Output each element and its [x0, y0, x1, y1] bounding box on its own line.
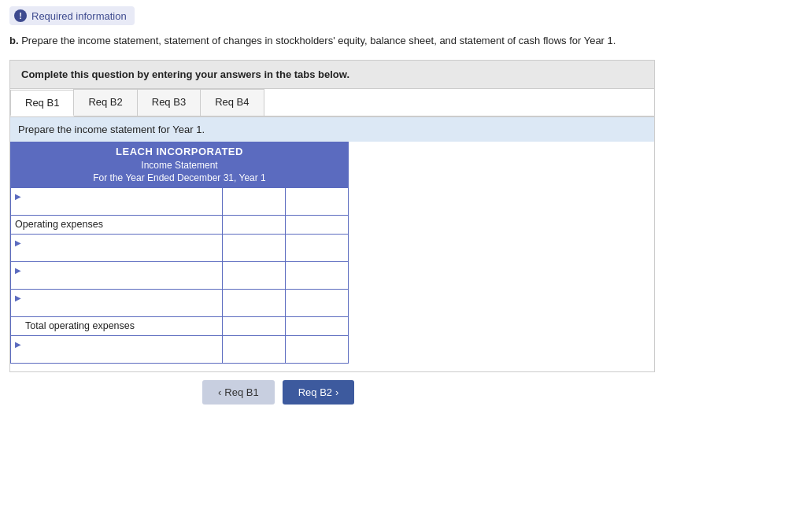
- exp1-total-cell[interactable]: [286, 234, 349, 261]
- operating-expenses-label: Operating expenses: [11, 215, 223, 234]
- exp2-amount-input[interactable]: [227, 270, 281, 281]
- exp2-total-cell[interactable]: [286, 261, 349, 289]
- prev-chevron-icon: ‹: [218, 386, 221, 398]
- next-label: Req B2: [298, 386, 332, 398]
- exp3-amount-input[interactable]: [227, 297, 281, 308]
- row1-total-input[interactable]: [290, 196, 344, 207]
- tabs-row: Req B1 Req B2 Req B3 Req B4: [10, 89, 654, 117]
- statement-header: LEACH INCORPORATED Income Statement For …: [10, 142, 349, 187]
- net-amount-cell[interactable]: [223, 335, 286, 363]
- net-triangle: ▶: [15, 340, 21, 349]
- statement-date: For the Year Ended December 31, Year 1: [10, 172, 349, 187]
- company-name: LEACH INCORPORATED: [10, 142, 349, 159]
- nav-buttons: ‹ Req B1 Req B2 ›: [202, 380, 797, 405]
- total-operating-label: Total operating expenses: [11, 316, 223, 335]
- exclamation-icon: !: [14, 9, 27, 22]
- tab-instruction: Prepare the income statement for Year 1.: [10, 117, 654, 142]
- statement-title: Income Statement: [10, 159, 349, 172]
- total-operating-expenses-row: Total operating expenses: [11, 316, 349, 335]
- exp1-triangle: ▶: [15, 238, 21, 247]
- exp3-label-input[interactable]: [15, 303, 218, 314]
- exp3-triangle: ▶: [15, 294, 21, 302]
- prev-label: Req B1: [224, 386, 258, 398]
- next-button[interactable]: Req B2 ›: [283, 380, 355, 405]
- operating-amount-input[interactable]: [227, 219, 281, 230]
- exp2-label-input[interactable]: [15, 275, 218, 286]
- net-total-cell[interactable]: [286, 335, 349, 363]
- row1-label-cell: ▶: [11, 187, 223, 215]
- table-row: ▶: [11, 234, 349, 261]
- tab-content: Prepare the income statement for Year 1.…: [10, 117, 654, 371]
- total-operating-amount-input[interactable]: [227, 320, 281, 331]
- intro-text: b. Prepare the income statement, stateme…: [9, 33, 797, 49]
- table-row: ▶: [11, 187, 349, 215]
- statement-table: ▶ Operating expenses: [10, 187, 349, 364]
- tab-req-b1[interactable]: Req B1: [10, 90, 74, 116]
- exp2-amount-cell[interactable]: [223, 261, 286, 289]
- exp1-amount-input[interactable]: [227, 242, 281, 253]
- total-operating-total-cell[interactable]: [286, 316, 349, 335]
- prev-button[interactable]: ‹ Req B1: [202, 380, 275, 405]
- exp1-amount-cell[interactable]: [223, 234, 286, 261]
- required-label: Required information: [31, 10, 127, 22]
- row1-total-cell[interactable]: [286, 187, 349, 215]
- exp3-total-cell[interactable]: [286, 289, 349, 316]
- table-row: ▶: [11, 335, 349, 363]
- row1-label-input[interactable]: [15, 201, 218, 212]
- total-operating-amount-cell[interactable]: [223, 316, 286, 335]
- exp1-label-cell: ▶: [11, 234, 223, 261]
- net-label-input[interactable]: [15, 349, 218, 360]
- exp3-label-cell: ▶: [11, 289, 223, 316]
- tab-req-b3[interactable]: Req B3: [137, 89, 201, 116]
- tabs-wrapper: Req B1 Req B2 Req B3 Req B4 Prepare the …: [9, 89, 655, 372]
- table-row-operating: Operating expenses: [11, 215, 349, 234]
- table-row: ▶: [11, 289, 349, 316]
- intro-prefix: b.: [9, 35, 19, 46]
- tab-req-b4[interactable]: Req B4: [200, 89, 264, 116]
- operating-amount-cell[interactable]: [223, 215, 286, 234]
- exp3-total-input[interactable]: [290, 297, 344, 308]
- required-banner: ! Required information: [9, 6, 135, 25]
- exp1-total-input[interactable]: [290, 242, 344, 253]
- instruction-text: Complete this question by entering your …: [21, 68, 349, 80]
- next-chevron-icon: ›: [335, 386, 338, 398]
- table-row: ▶: [11, 261, 349, 289]
- income-statement: LEACH INCORPORATED Income Statement For …: [10, 142, 349, 371]
- net-amount-input[interactable]: [227, 344, 281, 355]
- net-total-input[interactable]: [290, 344, 344, 355]
- exp1-label-input[interactable]: [15, 248, 218, 259]
- row1-amount-input[interactable]: [227, 196, 281, 207]
- exp2-triangle: ▶: [15, 266, 21, 275]
- instruction-box: Complete this question by entering your …: [9, 60, 655, 89]
- exp2-total-input[interactable]: [290, 270, 344, 281]
- tab-req-b2[interactable]: Req B2: [73, 89, 137, 116]
- operating-total-input[interactable]: [290, 219, 344, 230]
- total-operating-total-input[interactable]: [290, 320, 344, 331]
- row1-triangle: ▶: [15, 192, 21, 201]
- exp2-label-cell: ▶: [11, 261, 223, 289]
- row1-amount-cell[interactable]: [223, 187, 286, 215]
- net-label-cell: ▶: [11, 335, 223, 363]
- intro-body: Prepare the income statement, statement …: [19, 35, 616, 46]
- exp3-amount-cell[interactable]: [223, 289, 286, 316]
- operating-total-cell[interactable]: [286, 215, 349, 234]
